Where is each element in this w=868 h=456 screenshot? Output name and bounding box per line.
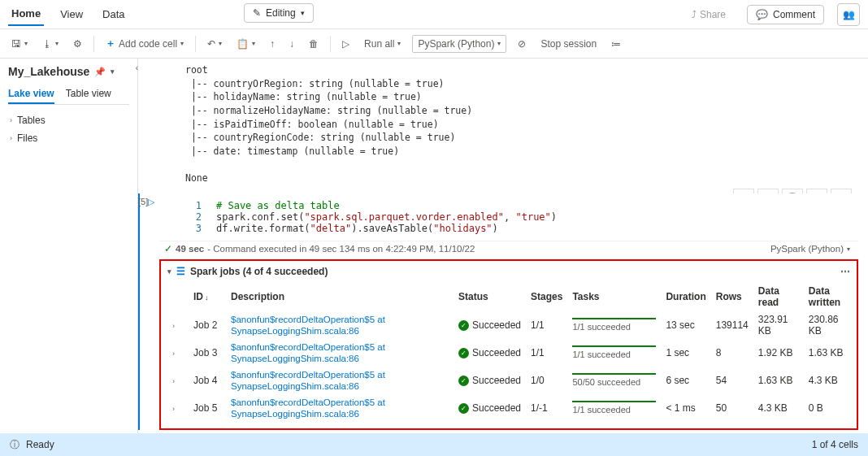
chevron-down-icon[interactable]: ▾ (111, 67, 115, 76)
tree-files[interactable]: › Files (8, 129, 129, 147)
job-data-written: 230.86 KB (804, 311, 850, 339)
col-tasks[interactable]: Tasks (567, 282, 661, 311)
tab-data[interactable]: Data (99, 3, 128, 25)
move-down-button[interactable]: ↓ (286, 37, 297, 51)
col-id[interactable]: ID (193, 291, 203, 302)
chevron-down-icon: ▾ (397, 40, 401, 47)
job-duration: 6 sec (661, 367, 710, 394)
chevron-right-icon: › (10, 116, 12, 124)
tab-view[interactable]: View (57, 3, 86, 25)
success-check-icon: ✓ (458, 403, 469, 414)
chevron-down-icon: ▾ (497, 40, 501, 47)
job-description-link[interactable]: $anonfun$recordDeltaOperation$5 at Synap… (231, 342, 385, 363)
col-stages[interactable]: Stages (526, 282, 567, 311)
job-status: Succeeded (472, 319, 521, 331)
clipboard-icon: 📋 (237, 38, 249, 50)
cell-kernel-selector[interactable]: PySpark (Python)▾ (770, 244, 850, 254)
col-status[interactable]: Status (454, 282, 526, 311)
cancel-button[interactable]: ⊘ (514, 37, 529, 51)
run-all-button[interactable]: Run all▾ (361, 37, 404, 51)
job-tasks: 1/1 succeeded (572, 405, 631, 415)
job-description-link[interactable]: $anonfun$recordDeltaOperation$5 at Synap… (231, 315, 385, 336)
chevron-down-icon: ▾ (301, 9, 305, 17)
stop-session-label: Stop session (540, 38, 597, 50)
lake-view-tab[interactable]: Lake view (8, 85, 54, 104)
job-data-written: 0 B (804, 394, 850, 422)
job-stages: 1/1 (526, 311, 567, 339)
success-check-icon: ✓ (458, 376, 469, 386)
share-label: Share (700, 9, 726, 20)
col-description[interactable]: Description (226, 282, 454, 311)
people-button[interactable]: 👥 (837, 3, 860, 26)
expand-job-row[interactable]: › (172, 350, 184, 358)
status-ready-label: Ready (26, 439, 54, 450)
spark-job-row: ›Job 5$anonfun$recordDeltaOperation$5 at… (167, 394, 850, 422)
add-code-cell-button[interactable]: ＋Add code cell▾ (102, 35, 187, 52)
code-comment: # Save as delta table (216, 200, 340, 211)
variables-button[interactable]: ≔ (608, 37, 624, 51)
tab-home[interactable]: Home (8, 2, 44, 26)
chevron-down-icon: ▾ (219, 40, 222, 47)
play-icon: ▷ (342, 38, 349, 50)
active-cell-indicator (138, 193, 140, 430)
share-button[interactable]: ⤴ Share (684, 6, 734, 24)
col-rows[interactable]: Rows (711, 282, 753, 311)
run-cell-play-button[interactable]: ▷ (148, 197, 154, 207)
pin-icon[interactable]: 📌 (94, 67, 106, 77)
job-description-link[interactable]: $anonfun$recordDeltaOperation$5 at Synap… (231, 397, 385, 419)
share-icon: ⤴ (692, 9, 697, 20)
files-label: Files (17, 132, 37, 144)
job-rows: 139114 (711, 311, 753, 339)
expand-job-row[interactable]: › (172, 322, 184, 330)
job-data-read: 323.91 KB (753, 311, 804, 339)
download-icon: ⭳ (42, 38, 52, 50)
cancel-icon: ⊘ (518, 38, 526, 50)
job-data-read: 4.3 KB (753, 394, 804, 422)
add-code-cell-label: Add code cell (119, 38, 177, 50)
spark-more-button[interactable]: ⋯ (840, 266, 850, 277)
job-stages: 1/-1 (526, 394, 567, 422)
plus-icon: ＋ (106, 37, 115, 50)
move-up-button[interactable]: ↑ (267, 37, 278, 51)
delete-cell-button[interactable]: 🗑 (306, 37, 322, 51)
tables-label: Tables (17, 115, 46, 126)
job-description-link[interactable]: $anonfun$recordDeltaOperation$5 at Synap… (231, 370, 385, 391)
spark-job-row: ›Job 4$anonfun$recordDeltaOperation$5 at… (167, 367, 850, 394)
undo-menu[interactable]: ↶▾ (204, 37, 225, 51)
table-view-tab[interactable]: Table view (66, 85, 111, 104)
code-editor[interactable]: 1# Save as delta table 2spark.conf.set("… (159, 193, 858, 241)
download-menu[interactable]: ⭳▾ (39, 37, 62, 51)
comment-label: Comment (773, 9, 815, 20)
expand-job-row[interactable]: › (172, 405, 184, 413)
comment-button[interactable]: 💬 Comment (747, 5, 824, 24)
line-number: 1 (184, 200, 202, 211)
paste-menu[interactable]: 📋▾ (233, 37, 258, 51)
chevron-right-icon: › (10, 134, 12, 142)
spark-jobs-panel: ▾ ☰ Spark jobs (4 of 4 succeeded) ⋯ ID↓ … (159, 259, 858, 430)
collapse-spark-panel[interactable]: ▾ (167, 267, 171, 276)
col-datawritten[interactable]: Data written (804, 282, 850, 311)
spark-job-row: ›Job 3$anonfun$recordDeltaOperation$5 at… (167, 339, 850, 367)
chevron-down-icon: ▾ (252, 40, 255, 47)
job-status: Succeeded (472, 402, 521, 414)
job-tasks: 1/1 succeeded (572, 350, 631, 359)
editing-mode-button[interactable]: ✎ Editing ▾ (244, 3, 314, 23)
task-progress-bar (572, 345, 656, 347)
job-tasks: 1/1 succeeded (572, 322, 631, 332)
job-data-written: 4.3 KB (804, 367, 850, 394)
tree-tables[interactable]: › Tables (8, 111, 129, 129)
stop-session-button[interactable]: Stop session (537, 37, 600, 51)
job-data-read: 1.63 KB (753, 367, 804, 394)
success-check-icon: ✓ (458, 320, 469, 331)
settings-button[interactable]: ⚙ (70, 37, 85, 51)
arrow-up-icon: ↑ (270, 38, 275, 50)
kernel-selector[interactable]: PySpark (Python)▾ (412, 35, 506, 53)
task-progress-bar (572, 401, 656, 402)
col-dataread[interactable]: Data read (753, 282, 804, 311)
save-menu[interactable]: 🖫▾ (8, 37, 31, 51)
col-duration[interactable]: Duration (661, 282, 710, 311)
task-progress-bar (572, 373, 656, 375)
expand-job-row[interactable]: › (172, 377, 184, 385)
run-cell-button[interactable]: ▷ (339, 37, 353, 51)
exec-message: - Command executed in 49 sec 134 ms on 4… (207, 244, 475, 254)
